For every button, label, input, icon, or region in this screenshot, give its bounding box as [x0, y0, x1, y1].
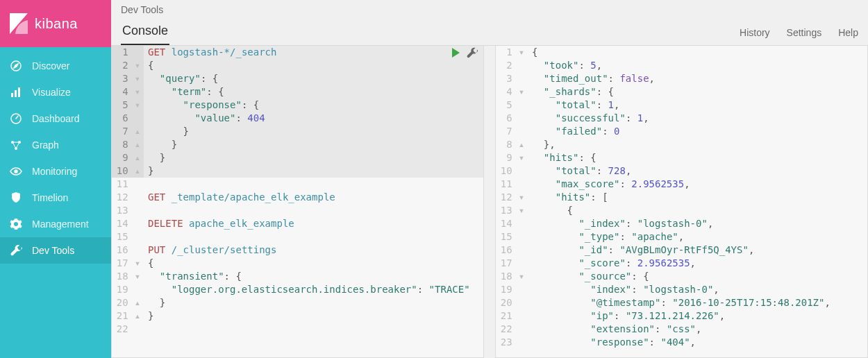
code-line[interactable]: 1 GET logstash-*/_search: [112, 46, 483, 59]
sidebar-item-timelion[interactable]: Timelion: [0, 185, 111, 211]
run-query-button[interactable]: [452, 48, 460, 58]
code-line[interactable]: 6 "value": 404: [112, 112, 483, 125]
code-line[interactable]: 15 "_type": "apache",: [496, 230, 867, 244]
line-number: 21 ▴: [112, 309, 144, 323]
code-line[interactable]: 1 ▾{: [496, 46, 867, 59]
code-content: "failed": 0: [528, 125, 867, 138]
code-line[interactable]: 20 "@timestamp": "2016-10-25T17:15:48.20…: [496, 296, 867, 309]
line-number: 8 ▴: [112, 138, 144, 151]
line-number: 6: [496, 112, 528, 125]
code-content: [144, 204, 483, 217]
code-line[interactable]: 21 ▴}: [112, 309, 483, 323]
code-line[interactable]: 7 ▴ }: [112, 125, 483, 138]
line-number: 14: [496, 217, 528, 230]
code-line[interactable]: 12 GET _template/apache_elk_example: [112, 191, 483, 204]
code-content: "ip": "73.121.214.226",: [528, 309, 867, 323]
code-line[interactable]: 19 "index": "logstash-0",: [496, 283, 867, 296]
line-number: 1: [112, 46, 144, 59]
sidebar-item-discover[interactable]: Discover: [0, 53, 111, 79]
code-line[interactable]: 4 ▾ "_shards": {: [496, 85, 867, 99]
brand[interactable]: kibana: [0, 0, 111, 47]
tab-links: History Settings Help: [740, 27, 858, 45]
code-content: "timed_out": false,: [528, 72, 867, 85]
code-line[interactable]: 17 "_score": 2.9562535,: [496, 257, 867, 270]
sidebar-item-graph[interactable]: Graph: [0, 132, 111, 158]
code-line[interactable]: 11 "max_score": 2.9562535,: [496, 178, 867, 191]
code-line[interactable]: 19 "logger.org.elasticsearch.indices.bre…: [112, 283, 483, 296]
tab-console[interactable]: Console: [121, 19, 169, 45]
breadcrumb: Dev Tools: [111, 0, 868, 19]
line-number: 17 ▾: [112, 257, 144, 270]
code-line[interactable]: 8 ▴ },: [496, 138, 867, 151]
code-line[interactable]: 3 ▾ "query": {: [112, 72, 483, 85]
code-content: "transient": {: [144, 270, 483, 283]
code-line[interactable]: 12 ▾ "hits": [: [496, 191, 867, 204]
code-line[interactable]: 20 ▴ }: [112, 296, 483, 309]
code-line[interactable]: 23 "response": "404",: [496, 336, 867, 349]
svg-rect-2: [15, 90, 17, 97]
line-number: 16: [112, 244, 144, 257]
sidebar-item-dashboard[interactable]: Dashboard: [0, 105, 111, 132]
line-number: 21: [496, 309, 528, 323]
code-line[interactable]: 4 ▾ "term": {: [112, 85, 483, 99]
request-editor[interactable]: 1 GET logstash-*/_search2 ▾{3 ▾ "query":…: [111, 46, 484, 358]
line-number: 7: [496, 125, 528, 138]
line-number: 7 ▴: [112, 125, 144, 138]
line-number: 20: [496, 296, 528, 309]
brand-name: kibana: [35, 16, 78, 32]
code-content: [144, 178, 483, 191]
code-content: {: [528, 204, 867, 217]
sidebar-item-visualize[interactable]: Visualize: [0, 79, 111, 105]
code-line[interactable]: 10 ▴}: [112, 164, 483, 178]
code-line[interactable]: 17 ▾{: [112, 257, 483, 270]
code-line[interactable]: 5 "total": 1,: [496, 99, 867, 112]
sidebar-item-label: Monitoring: [32, 166, 77, 177]
line-number: 8 ▴: [496, 138, 528, 151]
code-line[interactable]: 18 ▾ "_source": {: [496, 270, 867, 283]
help-link[interactable]: Help: [838, 27, 858, 38]
line-number: 2 ▾: [112, 59, 144, 72]
code-line[interactable]: 21 "ip": "73.121.214.226",: [496, 309, 867, 323]
code-line[interactable]: 5 ▾ "response": {: [112, 99, 483, 112]
code-line[interactable]: 8 ▴ }: [112, 138, 483, 151]
code-content: "term": {: [144, 85, 483, 99]
code-line[interactable]: 10 "total": 728,: [496, 164, 867, 178]
line-number: 22: [112, 323, 144, 336]
code-line[interactable]: 16 "_id": "AVgBLmOyr-RtFf5Q_4YS",: [496, 244, 867, 257]
code-content: PUT /_cluster/settings: [144, 244, 483, 257]
code-line[interactable]: 9 ▾ "hits": {: [496, 151, 867, 164]
request-options-button[interactable]: [467, 47, 478, 58]
code-line[interactable]: 14 DELETE apache_elk_example: [112, 217, 483, 230]
line-number: 9 ▾: [496, 151, 528, 164]
code-line[interactable]: 16 PUT /_cluster/settings: [112, 244, 483, 257]
line-number: 18 ▾: [496, 270, 528, 283]
code-line[interactable]: 15: [112, 230, 483, 244]
line-number: 14: [112, 217, 144, 230]
code-line[interactable]: 2 "took": 5,: [496, 59, 867, 72]
response-viewer[interactable]: 1 ▾{2 "took": 5,3 "timed_out": false,4 ▾…: [495, 46, 868, 358]
code-line[interactable]: 13 ▾ {: [496, 204, 867, 217]
code-line[interactable]: 7 "failed": 0: [496, 125, 867, 138]
code-line[interactable]: 22: [112, 323, 483, 336]
code-line[interactable]: 9 ▴ }: [112, 151, 483, 164]
run-actions: [452, 47, 478, 58]
line-number: 23: [496, 336, 528, 349]
code-line[interactable]: 11: [112, 178, 483, 191]
code-line[interactable]: 14 "_index": "logstash-0",: [496, 217, 867, 230]
line-number: 10 ▴: [112, 164, 144, 178]
history-link[interactable]: History: [740, 27, 770, 38]
line-number: 11: [496, 178, 528, 191]
code-line[interactable]: 2 ▾{: [112, 59, 483, 72]
code-line[interactable]: 22 "extension": "css",: [496, 323, 867, 336]
sidebar-item-management[interactable]: Management: [0, 211, 111, 237]
code-line[interactable]: 6 "successful": 1,: [496, 112, 867, 125]
sidebar: kibana DiscoverVisualizeDashboardGraphMo…: [0, 0, 111, 358]
code-line[interactable]: 3 "timed_out": false,: [496, 72, 867, 85]
sidebar-item-label: Timelion: [32, 192, 68, 203]
sidebar-item-dev-tools[interactable]: Dev Tools: [0, 237, 111, 264]
code-line[interactable]: 18 ▾ "transient": {: [112, 270, 483, 283]
settings-link[interactable]: Settings: [787, 27, 822, 38]
sidebar-item-monitoring[interactable]: Monitoring: [0, 158, 111, 185]
code-line[interactable]: 13: [112, 204, 483, 217]
line-number: 16: [496, 244, 528, 257]
